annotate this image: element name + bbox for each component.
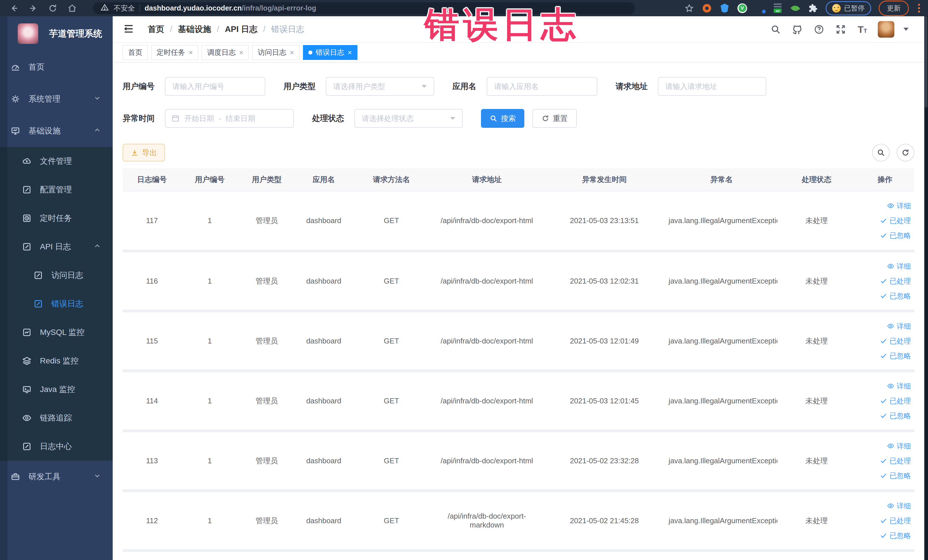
sidebar-item-config-management[interactable]: 配置管理 (0, 175, 113, 204)
tag-access-log[interactable]: 访问日志 × (252, 45, 299, 60)
extension-orange-icon[interactable] (702, 3, 712, 14)
close-tag-icon[interactable]: × (239, 49, 243, 56)
cell-user-type: 管理员 (238, 191, 295, 251)
mark-processed-link[interactable]: 已处理 (859, 453, 911, 468)
tag-home[interactable]: 首页 (123, 45, 148, 60)
sidebar-item-dev-tools[interactable]: 研发工具 (0, 461, 113, 493)
help-circle-icon[interactable] (813, 23, 825, 36)
mark-ignored-link[interactable]: 已忽略 (859, 408, 911, 423)
search-icon[interactable] (769, 23, 782, 36)
close-tag-icon[interactable]: × (290, 49, 294, 56)
breadcrumb-api-log[interactable]: API 日志 (225, 24, 257, 35)
check-icon (880, 277, 887, 285)
app-name-input[interactable] (487, 77, 597, 96)
mark-ignored-link[interactable]: 已忽略 (859, 348, 911, 363)
mark-ignored-link[interactable]: 已忽略 (859, 468, 911, 483)
detail-link[interactable]: 详细 (859, 498, 911, 513)
page-scrollbar[interactable] (924, 16, 928, 560)
bookmark-star-icon[interactable] (684, 3, 694, 14)
request-url-input[interactable] (658, 77, 766, 96)
detail-link[interactable]: 详细 (859, 259, 911, 273)
cell-actions: 详细 已处理 已忽略 (856, 431, 914, 491)
browser-home-button[interactable] (66, 2, 79, 15)
mark-processed-link[interactable]: 已处理 (859, 513, 911, 528)
search-button[interactable]: 搜索 (481, 109, 524, 128)
user-id-input[interactable] (165, 77, 265, 96)
sidebar-item-label: 首页 (29, 62, 44, 72)
sidebar-collapse-icon[interactable] (123, 23, 135, 36)
mark-processed-link[interactable]: 已处理 (859, 213, 911, 228)
browser-reload-button[interactable] (46, 2, 60, 15)
detail-link[interactable]: 详细 (859, 319, 911, 334)
column-header: 请求方法名 (352, 168, 431, 191)
sidebar-item-scheduled-jobs[interactable]: 定时任务 (0, 204, 113, 232)
sidebar-item-trace[interactable]: 链路追踪 (0, 404, 113, 432)
cell-url: /api/infra/db-doc/export-html (430, 371, 543, 431)
breadcrumb-home[interactable]: 首页 (148, 24, 164, 35)
sidebar-item-system[interactable]: 系统管理 (0, 83, 113, 115)
process-status-select[interactable]: 请选择处理状态 (354, 109, 463, 128)
breadcrumb-infrastructure[interactable]: 基础设施 (178, 24, 211, 35)
export-button[interactable]: 导出 (123, 144, 165, 162)
cell-status: 未处理 (777, 191, 856, 251)
sidebar-item-api-log[interactable]: API 日志 (0, 232, 113, 261)
user-type-select[interactable]: 请选择用户类型 (326, 77, 434, 96)
profile-paused-chip[interactable]: 已暂停 (826, 1, 871, 15)
github-icon[interactable] (791, 23, 804, 36)
user-avatar[interactable] (878, 21, 894, 38)
tag-schedule-log[interactable]: 调度日志 × (202, 45, 249, 60)
monitor-icon (10, 126, 21, 136)
process-status-placeholder: 请选择处理状态 (362, 113, 414, 124)
overlay-annotation-title: 错误日志 (424, 2, 580, 49)
eye-icon (887, 382, 894, 390)
browser-back-button[interactable] (8, 2, 21, 15)
extension-green-v-icon[interactable]: V (737, 3, 748, 14)
column-header: 用户编号 (181, 168, 238, 191)
extension-grid-icon[interactable] (755, 3, 765, 14)
close-tag-icon[interactable]: × (189, 49, 193, 56)
user-menu-caret-icon[interactable] (904, 27, 908, 31)
fullscreen-icon[interactable] (835, 23, 847, 36)
sidebar-item-java-monitor[interactable]: Java 监控 (0, 375, 113, 404)
extension-shield-icon[interactable] (719, 3, 730, 14)
sidebar-item-mysql-monitor[interactable]: MySQL 监控 (0, 318, 113, 346)
font-size-icon[interactable]: TT (856, 23, 868, 36)
sidebar-item-redis-monitor[interactable]: Redis 监控 (0, 346, 113, 375)
extension-sprout-icon[interactable] (790, 3, 800, 14)
cell-status: 未处理 (777, 311, 856, 371)
detail-link[interactable]: 详细 (859, 438, 911, 453)
mark-processed-link[interactable]: 已处理 (859, 334, 911, 348)
mark-ignored-link[interactable]: 已忽略 (859, 228, 911, 243)
tag-scheduled-jobs[interactable]: 定时任务 × (151, 45, 198, 60)
reset-button[interactable]: 重置 (532, 109, 577, 128)
sidebar-item-infrastructure[interactable]: 基础设施 (0, 115, 113, 147)
detail-link[interactable]: 详细 (859, 198, 911, 213)
security-warning-icon[interactable] (101, 3, 109, 14)
select-caret-icon (450, 117, 455, 120)
browser-update-chip[interactable]: 更新 (879, 1, 909, 16)
mark-processed-link[interactable]: 已处理 (859, 394, 911, 408)
browser-menu-icon[interactable] (916, 3, 922, 13)
sidebar-item-access-log[interactable]: 访问日志 (0, 261, 113, 290)
tag-error-log[interactable]: 错误日志 × (303, 45, 357, 60)
toggle-search-button[interactable] (872, 144, 890, 162)
cell-app-name: dashboard (295, 311, 352, 371)
exception-time-range-input[interactable]: 开始日期 - 结束日期 (165, 109, 294, 128)
mark-ignored-link[interactable]: 已忽略 (859, 528, 911, 543)
close-tag-icon[interactable]: × (348, 49, 352, 56)
sidebar-item-log-center[interactable]: 日志中心 (0, 432, 113, 461)
refresh-table-button[interactable] (897, 144, 914, 162)
sidebar-item-error-log[interactable]: 错误日志 (0, 290, 113, 318)
extensions-puzzle-icon[interactable] (808, 3, 818, 14)
extension-on-badge-icon[interactable]: on (772, 3, 783, 14)
mark-processed-link[interactable]: 已处理 (859, 273, 911, 288)
browser-forward-button[interactable] (27, 2, 40, 15)
mark-ignored-link[interactable]: 已忽略 (859, 288, 911, 303)
sidebar-logo[interactable]: 芋道管理系统 (0, 16, 113, 51)
filter-user-type: 用户类型 请选择用户类型 (284, 77, 434, 96)
sidebar-item-file-management[interactable]: 文件管理 (0, 147, 113, 175)
column-header: 应用名 (295, 168, 352, 191)
detail-link[interactable]: 详细 (859, 378, 911, 394)
sidebar-item-home[interactable]: 首页 (0, 51, 113, 83)
cell-user-type: 管理员 (238, 371, 295, 431)
